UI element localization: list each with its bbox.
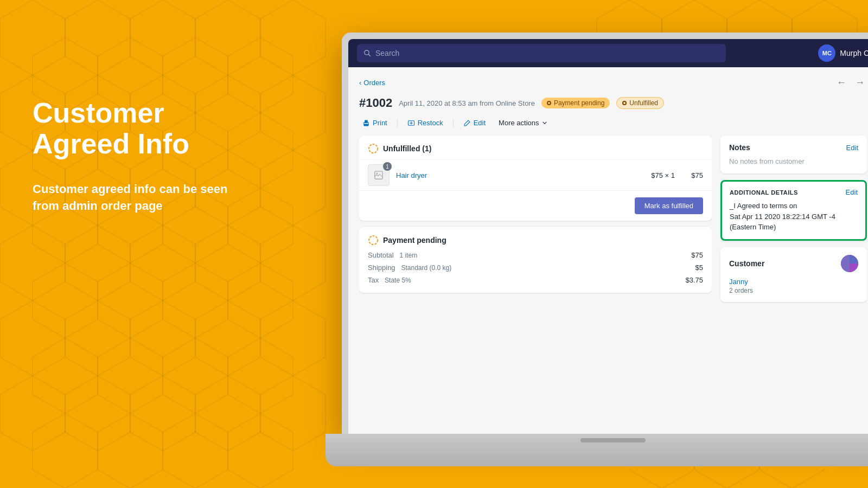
search-bar[interactable]: Search [357,44,726,62]
nav-back-button[interactable]: ← [834,76,848,89]
notes-header: Notes Edit [729,143,858,152]
subtotal-row: Subtotal 1 item $75 [368,249,703,261]
payment-status-dot [547,101,551,105]
customer-avatar-graphic [841,255,858,272]
notes-text: No notes from customer [729,157,805,165]
payment-title: Payment pending [383,236,446,245]
unfulfilled-status-icon [368,143,379,154]
order-title-row: #1002 April 11, 2020 at 8:53 am from Onl… [359,96,867,110]
right-column: Notes Edit No notes from customer ADDITI… [720,136,867,425]
edit-icon [463,119,471,127]
restock-label: Restock [418,119,443,127]
left-panel: Customer Agreed Info Customer agreed inf… [33,98,228,215]
subtotal-detail: 1 item [400,252,418,259]
laptop-screen: Search MC Murph C ‹ Ord [348,39,868,434]
unfulfilled-card-header: Unfulfilled (1) [359,136,712,159]
tax-row: Tax State 5% $3.75 [368,274,703,286]
fulfillment-status-badge: Unfulfilled [616,97,664,109]
restock-button[interactable]: Restock [404,117,446,129]
nav-forward-button[interactable]: → [853,76,867,89]
svg-rect-4 [365,120,368,123]
print-button[interactable]: Print [359,117,391,129]
tax-value: $3.75 [685,276,703,284]
breadcrumb[interactable]: ‹ Orders [359,79,385,87]
svg-point-12 [369,236,378,245]
payment-rows: Subtotal 1 item $75 Shipping [359,249,712,293]
notes-card: Notes Edit No notes from customer [720,136,867,174]
subtotal-label: Subtotal [368,251,394,259]
item-total: $75 [681,171,703,179]
fulfillment-status-dot [622,101,627,105]
item-thumbnail-wrapper: 1 [368,164,390,186]
user-initials: MC [822,50,832,56]
item-row: 1 Hair dryer $75 × 1 $75 [359,159,712,190]
breadcrumb-arrow-left: ‹ [359,79,361,87]
fulfillment-status-label: Unfulfilled [629,99,658,107]
laptop-base [326,434,868,466]
notes-edit-button[interactable]: Edit [846,144,858,152]
customer-orders: 2 orders [729,287,858,294]
additional-details-title: ADDITIONAL DETAILS [730,189,798,196]
left-panel-description: Customer agreed info can be seen from ad… [33,181,228,215]
main-columns: Unfulfilled (1) [359,136,867,425]
tax-label: Tax [368,276,379,284]
laptop-frame: Search MC Murph C ‹ Ord [342,33,868,477]
search-icon [363,49,371,57]
item-count-badge: 1 [383,162,392,171]
search-placeholder: Search [375,49,399,57]
payment-status-icon [368,235,379,246]
more-actions-label: More actions [499,119,539,127]
card-actions: Mark as fulfilled [359,190,712,221]
notes-title: Notes [729,143,750,152]
customer-card: Customer Janny [720,247,867,302]
agreed-date: Sat Apr 11 2020 18:22:14 GMT -4 (Eastern… [730,211,858,233]
top-bar: Search MC Murph C [348,39,868,67]
edit-label: Edit [474,119,486,127]
agreed-text: _I Agreed to terms on [730,201,858,211]
shipping-label: Shipping [368,264,395,272]
customer-title: Customer [729,259,764,268]
unfulfilled-card: Unfulfilled (1) [359,136,712,221]
image-placeholder-icon [374,170,384,180]
svg-line-2 [368,54,371,56]
more-actions-button[interactable]: More actions [495,117,551,129]
nav-arrows: ← → [834,76,867,89]
mark-fulfilled-button[interactable]: Mark as fulfilled [635,197,703,214]
svg-rect-3 [364,124,368,126]
additional-details-edit-button[interactable]: Edit [846,188,858,196]
restock-icon [407,119,415,127]
payment-card-header: Payment pending [359,227,712,249]
left-column: Unfulfilled (1) [359,136,712,425]
action-bar: Print Restock [359,117,867,129]
admin-ui: Search MC Murph C ‹ Ord [348,39,868,434]
customer-avatar [841,255,858,272]
user-avatar-area: MC Murph C [818,44,868,62]
order-date: April 11, 2020 at 8:53 am from Online St… [399,99,535,107]
unfulfilled-title: Unfulfilled (1) [383,144,431,153]
additional-details-text: _I Agreed to terms on Sat Apr 11 2020 18… [730,201,858,233]
breadcrumb-row: ‹ Orders ← → [359,76,867,89]
payment-card: Payment pending Subtotal 1 item [359,227,712,293]
svg-point-9 [369,144,378,153]
additional-details-inner: ADDITIONAL DETAILS Edit _I Agreed to ter… [722,182,865,239]
item-name: Hair dryer [396,171,644,179]
breadcrumb-label: Orders [363,79,385,87]
divider-2 [453,119,454,127]
shipping-value: $5 [695,264,703,272]
divider-1 [397,119,398,127]
print-icon [362,119,370,127]
customer-header: Customer [729,255,858,272]
left-panel-heading: Customer Agreed Info [33,98,228,159]
payment-status-badge: Payment pending [541,98,610,108]
shipping-detail: Standard (0.0 kg) [401,264,451,272]
edit-button[interactable]: Edit [460,117,489,129]
svg-point-11 [376,173,378,175]
laptop-screen-frame: Search MC Murph C ‹ Ord [342,33,868,434]
payment-status-label: Payment pending [554,99,604,107]
order-number: #1002 [359,96,392,110]
content-area: ‹ Orders ← → #1002 April 11, 2020 at 8:5… [348,67,868,434]
customer-name[interactable]: Janny [729,278,858,286]
item-price: $75 × 1 [651,171,675,179]
chevron-down-icon [541,120,548,126]
shipping-row: Shipping Standard (0.0 kg) $5 [368,261,703,274]
